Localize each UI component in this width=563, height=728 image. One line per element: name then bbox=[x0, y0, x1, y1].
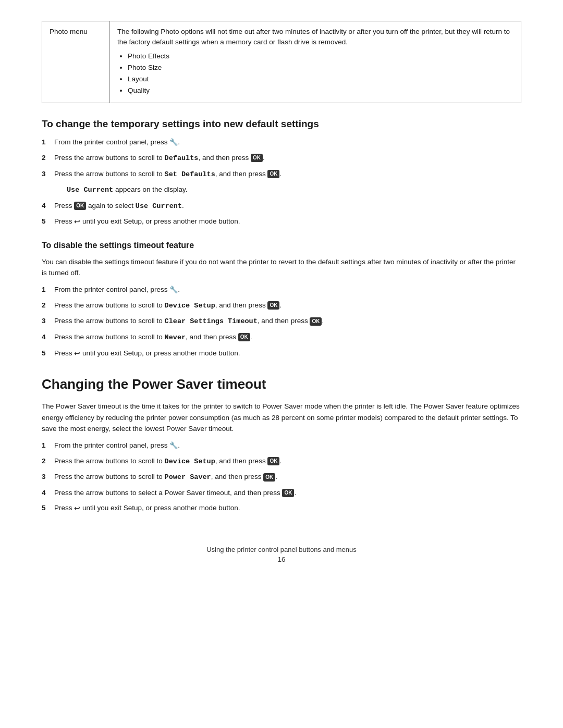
mono-text: Defaults bbox=[165, 154, 199, 162]
section-disable-timeout: To disable the settings timeout feature … bbox=[42, 240, 521, 359]
step-item: 1 From the printer control panel, press … bbox=[42, 137, 521, 148]
back-icon: ↩ bbox=[74, 504, 80, 513]
step-item: 3 Press the arrow buttons to scroll to P… bbox=[42, 471, 521, 483]
page-number: 16 bbox=[42, 556, 521, 563]
table-description: The following Photo options will not tim… bbox=[117, 28, 510, 46]
step-item: 5 Press ↩ until you exit Setup, or press… bbox=[42, 348, 521, 360]
step-item: 4 Press the arrow buttons to select a Po… bbox=[42, 487, 521, 499]
step-number: 5 bbox=[42, 348, 51, 359]
section2-intro: You can disable the settings timeout fea… bbox=[42, 256, 521, 279]
setup-icon: 🔧 bbox=[169, 286, 178, 293]
step-text: Press ↩ until you exit Setup, or press a… bbox=[54, 216, 521, 228]
step-text: Press the arrow buttons to scroll to Pow… bbox=[54, 471, 521, 483]
step-item: 2 Press the arrow buttons to scroll to D… bbox=[42, 300, 521, 312]
step-note: Use Current appears on the display. bbox=[54, 184, 521, 196]
step-text: Press OK again to select Use Current. bbox=[54, 200, 521, 212]
step-item: 5 Press ↩ until you exit Setup, or press… bbox=[42, 502, 521, 514]
step-text: Press the arrow buttons to scroll to Def… bbox=[54, 152, 521, 164]
step-text: Press ↩ until you exit Setup, or press a… bbox=[54, 348, 521, 360]
mono-text: Set Defaults bbox=[165, 170, 215, 178]
step-number: 4 bbox=[42, 200, 51, 212]
chapter-intro: The Power Saver timeout is the time it t… bbox=[42, 401, 521, 435]
mono-text: Use Current bbox=[136, 202, 182, 210]
table-items-list: Photo Effects Photo Size Layout Quality bbox=[117, 51, 513, 96]
step-number: 2 bbox=[42, 152, 51, 164]
list-item: Photo Effects bbox=[128, 51, 513, 61]
step-number: 1 bbox=[42, 284, 51, 295]
step-number: 5 bbox=[42, 502, 51, 514]
section1-steps: 1 From the printer control panel, press … bbox=[42, 137, 521, 228]
ok-button-icon: OK bbox=[267, 457, 279, 465]
step-text: Press the arrow buttons to scroll to Dev… bbox=[54, 455, 521, 467]
step-number: 4 bbox=[42, 331, 51, 343]
setup-icon: 🔧 bbox=[169, 441, 178, 449]
step-text: Press the arrow buttons to select a Powe… bbox=[54, 487, 521, 499]
section-change-defaults: To change the temporary settings into ne… bbox=[42, 118, 521, 228]
list-item: Photo Size bbox=[128, 63, 513, 73]
step-number: 3 bbox=[42, 315, 51, 327]
info-table: Photo menu The following Photo options w… bbox=[42, 21, 521, 103]
list-item: Layout bbox=[128, 74, 513, 84]
mono-text: Power Saver bbox=[165, 473, 211, 481]
step-text: Press ↩ until you exit Setup, or press a… bbox=[54, 502, 521, 514]
ok-button-icon: OK bbox=[263, 473, 275, 482]
step-number: 4 bbox=[42, 487, 51, 499]
mono-text: Use Current bbox=[67, 186, 113, 194]
mono-text: Device Setup bbox=[165, 458, 215, 465]
step-text: Press the arrow buttons to scroll to Dev… bbox=[54, 300, 521, 312]
back-icon: ↩ bbox=[74, 218, 80, 226]
ok-button-icon: OK bbox=[267, 170, 279, 178]
step-item: 2 Press the arrow buttons to scroll to D… bbox=[42, 152, 521, 164]
section2-heading: To disable the settings timeout feature bbox=[42, 240, 521, 251]
page-content: Photo menu The following Photo options w… bbox=[42, 21, 521, 563]
step-text: Press the arrow buttons to scroll to Cle… bbox=[54, 315, 521, 327]
step-text: From the printer control panel, press 🔧. bbox=[54, 137, 521, 148]
step-item: 4 Press OK again to select Use Current. bbox=[42, 200, 521, 212]
ok-button-icon: OK bbox=[282, 489, 294, 497]
step-text: Press the arrow buttons to scroll to Set… bbox=[54, 168, 521, 180]
step-item: 5 Press ↩ until you exit Setup, or press… bbox=[42, 216, 521, 228]
step-item: 1 From the printer control panel, press … bbox=[42, 284, 521, 295]
step-text: From the printer control panel, press 🔧. bbox=[54, 284, 521, 295]
step-number: 2 bbox=[42, 455, 51, 467]
footer-text: Using the printer control panel buttons … bbox=[42, 546, 521, 553]
step-item: 1 From the printer control panel, press … bbox=[42, 440, 521, 451]
step-number: 5 bbox=[42, 216, 51, 227]
table-label: Photo menu bbox=[42, 21, 110, 103]
ok-button-icon: OK bbox=[310, 317, 322, 326]
chapter-power-saver: Changing the Power Saver timeout The Pow… bbox=[42, 376, 521, 514]
chapter-heading: Changing the Power Saver timeout bbox=[42, 376, 521, 393]
indented-note: Use Current appears on the display. bbox=[67, 186, 187, 193]
step-text: From the printer control panel, press 🔧. bbox=[54, 440, 521, 451]
ok-button-icon: OK bbox=[251, 154, 263, 162]
list-item: Quality bbox=[128, 85, 513, 96]
chapter-steps: 1 From the printer control panel, press … bbox=[42, 440, 521, 514]
back-icon: ↩ bbox=[74, 349, 80, 357]
step-item: 4 Press the arrow buttons to scroll to N… bbox=[42, 331, 521, 343]
table-description-cell: The following Photo options will not tim… bbox=[110, 21, 521, 103]
mono-text: Never bbox=[165, 334, 186, 341]
ok-button-icon: OK bbox=[74, 202, 86, 210]
page-footer: Using the printer control panel buttons … bbox=[42, 546, 521, 563]
mono-text: Clear Settings Timeout bbox=[165, 317, 258, 325]
step-number: 1 bbox=[42, 137, 51, 148]
step-number: 1 bbox=[42, 440, 51, 451]
section2-steps: 1 From the printer control panel, press … bbox=[42, 284, 521, 359]
step-number: 3 bbox=[42, 168, 51, 180]
mono-text: Device Setup bbox=[165, 302, 215, 310]
step-number: 2 bbox=[42, 300, 51, 311]
setup-icon: 🔧 bbox=[169, 138, 178, 146]
step-number: 3 bbox=[42, 471, 51, 483]
step-text: Press the arrow buttons to scroll to Nev… bbox=[54, 331, 521, 343]
section1-heading: To change the temporary settings into ne… bbox=[42, 118, 521, 131]
ok-button-icon: OK bbox=[238, 333, 250, 341]
step-item: 3 Press the arrow buttons to scroll to S… bbox=[42, 168, 521, 180]
ok-button-icon: OK bbox=[267, 301, 279, 310]
step-item: 3 Press the arrow buttons to scroll to C… bbox=[42, 315, 521, 327]
step-item: 2 Press the arrow buttons to scroll to D… bbox=[42, 455, 521, 467]
